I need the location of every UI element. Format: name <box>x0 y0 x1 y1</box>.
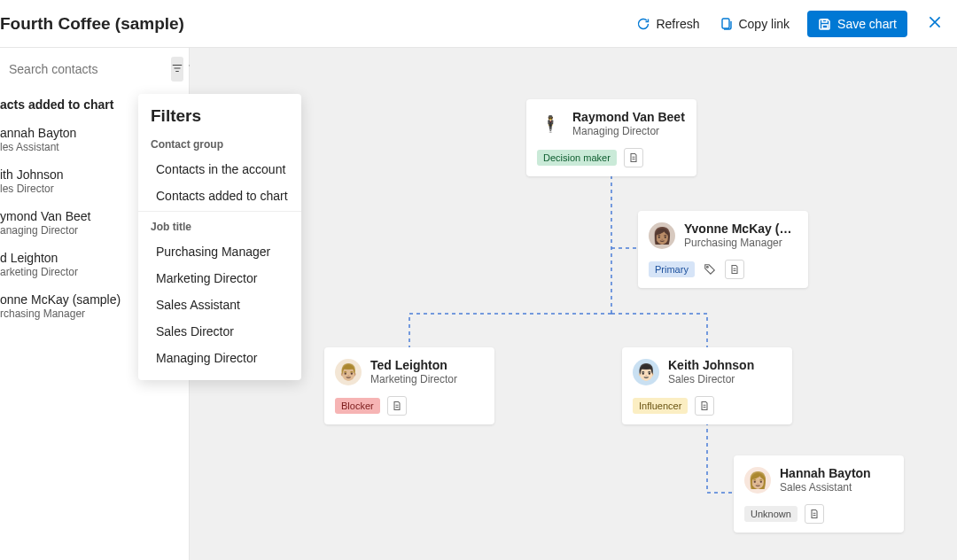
node-name: Yvonne McKay (sam... <box>684 222 798 236</box>
filter-group-label: Contact group <box>138 131 301 156</box>
filter-option[interactable]: Marketing Director <box>138 265 301 292</box>
node-yvonne[interactable]: 👩🏽 Yvonne McKay (sam... Purchasing Manag… <box>638 211 808 288</box>
svg-rect-0 <box>722 19 729 28</box>
filter-option[interactable]: Managing Director <box>138 345 301 371</box>
status-badge: Influencer <box>633 398 688 414</box>
search-row <box>0 48 189 90</box>
copylink-label: Copy link <box>738 17 790 31</box>
save-chart-button[interactable]: Save chart <box>807 11 907 37</box>
close-icon <box>927 14 943 33</box>
node-name: Ted Leighton <box>370 358 457 372</box>
node-role: Sales Director <box>668 373 754 385</box>
node-raymond[interactable]: 🕴️ Raymond Van Beet Managing Director De… <box>526 99 696 176</box>
filter-panel: Filters Contact group Contacts in the ac… <box>138 94 301 380</box>
copylink-button[interactable]: Copy link <box>717 13 791 35</box>
filter-button[interactable] <box>171 57 183 82</box>
note-icon[interactable] <box>805 504 824 524</box>
filter-group-label: Job title <box>138 214 301 238</box>
filter-icon <box>171 62 183 77</box>
avatar: 👨🏻 <box>633 359 659 385</box>
node-keith[interactable]: 👨🏻 Keith Johnson Sales Director Influenc… <box>622 347 792 424</box>
page-title: Fourth Coffee (sample) <box>0 14 184 34</box>
refresh-label: Refresh <box>656 17 699 31</box>
node-hannah[interactable]: 👩🏼 Hannah Bayton Sales Assistant Unknown <box>734 455 904 533</box>
node-name: Keith Johnson <box>668 358 754 372</box>
copy-icon <box>719 17 733 31</box>
note-icon[interactable] <box>725 260 744 279</box>
node-role: Sales Assistant <box>780 481 871 494</box>
save-icon <box>818 17 832 31</box>
svg-rect-1 <box>822 25 828 28</box>
svg-point-3 <box>706 267 708 268</box>
status-badge: Blocker <box>335 398 380 414</box>
save-label: Save chart <box>837 17 897 31</box>
refresh-icon <box>636 17 650 31</box>
filter-option[interactable]: Sales Assistant <box>138 292 301 318</box>
avatar: 🕴️ <box>537 111 564 137</box>
node-name: Raymond Van Beet <box>572 110 685 124</box>
note-icon[interactable] <box>387 396 407 416</box>
node-role: Marketing Director <box>370 373 457 385</box>
avatar: 👨🏼 <box>335 359 362 385</box>
filter-option[interactable]: Sales Director <box>138 318 301 345</box>
filter-option[interactable]: Purchasing Manager <box>138 238 301 265</box>
node-role: Purchasing Manager <box>684 237 798 249</box>
search-input[interactable] <box>5 57 167 82</box>
node-name: Hannah Bayton <box>780 466 871 480</box>
refresh-button[interactable]: Refresh <box>634 13 701 35</box>
tag-icon[interactable] <box>702 261 718 277</box>
status-badge: Unknown <box>744 506 798 522</box>
node-role: Managing Director <box>572 125 685 137</box>
close-button[interactable] <box>923 11 946 36</box>
svg-rect-2 <box>822 19 827 22</box>
org-chart-canvas[interactable]: 🕴️ Raymond Van Beet Managing Director De… <box>190 48 957 560</box>
divider <box>138 211 301 212</box>
sidebar: acts added to chart annah Bayton les Ass… <box>0 48 190 560</box>
avatar: 👩🏽 <box>649 222 675 249</box>
header: Fourth Coffee (sample) Refresh Copy link… <box>0 0 957 48</box>
status-badge: Primary <box>649 261 695 277</box>
header-actions: Refresh Copy link Save chart <box>634 11 946 37</box>
filter-option[interactable]: Contacts in the account <box>138 156 301 183</box>
avatar: 👩🏼 <box>744 467 771 494</box>
node-ted[interactable]: 👨🏼 Ted Leighton Marketing Director Block… <box>324 347 494 424</box>
filter-option[interactable]: Contacts added to chart <box>138 183 301 209</box>
note-icon[interactable] <box>624 148 643 167</box>
status-badge: Decision maker <box>537 150 617 166</box>
filter-title: Filters <box>138 106 301 131</box>
note-icon[interactable] <box>695 396 714 416</box>
main-area: acts added to chart annah Bayton les Ass… <box>0 48 957 560</box>
